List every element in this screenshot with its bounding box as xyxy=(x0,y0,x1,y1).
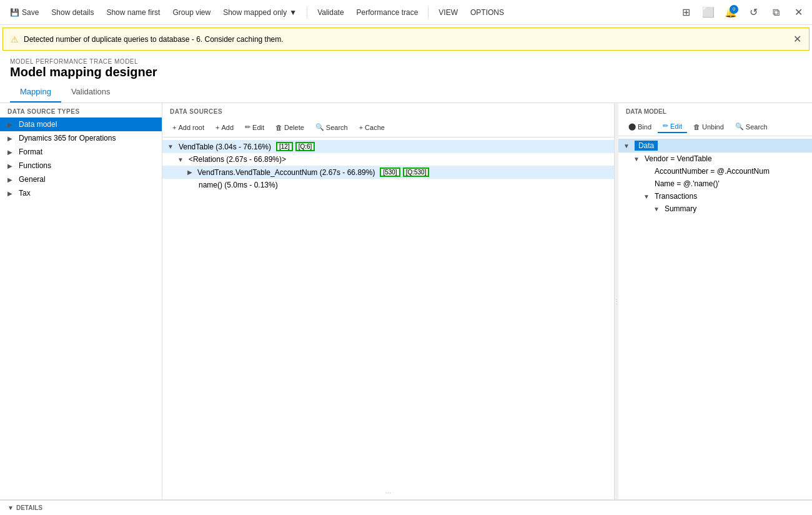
data-model-panel: DATA MODEL ⬤ Bind ✏ Edit 🗑 Unbind 🔍 Sear… xyxy=(618,103,812,499)
sidebar-item-label: Functions xyxy=(19,161,51,170)
collapse-arrow: ▼ xyxy=(167,143,174,150)
restore-icon-button[interactable]: ⧉ xyxy=(767,4,785,21)
sidebar-item-label: Format xyxy=(19,148,42,156)
show-details-button[interactable]: Show details xyxy=(46,6,99,19)
dm-item-label: Summary xyxy=(665,204,696,213)
options-button[interactable]: OPTIONS xyxy=(465,6,509,19)
dm-tree-item-summary[interactable]: ▼ Summary xyxy=(618,202,812,215)
dm-edit-button[interactable]: ✏ Edit xyxy=(658,120,687,133)
tab-validations[interactable]: Validations xyxy=(61,82,121,102)
expand-arrow: ▼ xyxy=(623,142,630,149)
dm-item-label: Transactions xyxy=(655,192,697,201)
resize-handle[interactable]: ··· xyxy=(162,486,614,499)
sidebar-item-dynamics365[interactable]: ▶ Dynamics 365 for Operations xyxy=(0,131,162,145)
data-model-tree: ▼ Data ▼ Vendor = VendTable AccountNumbe… xyxy=(618,136,812,499)
dm-search-button[interactable]: 🔍 Search xyxy=(730,121,773,132)
tree-item-vendtable[interactable]: ▼ VendTable (3.04s - 76.16%) [12] [Q:6] xyxy=(162,140,614,153)
warning-icon: ⚠ xyxy=(11,34,19,44)
notification-icon-button[interactable]: 🔔 0 xyxy=(722,4,740,21)
tree-item-relations[interactable]: ▼ <Relations (2.67s - 66.89%)> xyxy=(162,153,614,166)
tab-mapping[interactable]: Mapping xyxy=(10,82,61,102)
performance-statistics-tab[interactable]: Performance statistics xyxy=(7,512,96,515)
group-view-button[interactable]: Group view xyxy=(167,6,215,19)
sidebar-item-data-model[interactable]: ▶ Data model xyxy=(0,118,162,131)
ds-badge-3: [530] xyxy=(380,168,400,177)
add-root-button[interactable]: + Add root xyxy=(167,122,209,133)
sidebar-item-label: Data model xyxy=(19,120,57,129)
ds-badge-4: [Q:530] xyxy=(403,168,430,177)
alert-banner: ⚠ Detected number of duplicate queries t… xyxy=(2,28,810,51)
plus-icon-2: + xyxy=(215,124,219,131)
search-button[interactable]: 🔍 Search xyxy=(310,121,353,133)
validate-button[interactable]: Validate xyxy=(312,6,349,19)
delete-button[interactable]: 🗑 Delete xyxy=(270,122,309,133)
bind-button[interactable]: ⬤ Bind xyxy=(623,121,656,132)
data-model-header: DATA MODEL xyxy=(618,103,812,118)
close-icon-button[interactable]: ✕ xyxy=(790,4,807,21)
data-source-types-panel: DATA SOURCE TYPES ▶ Data model ▶ Dynamic… xyxy=(0,103,162,499)
alert-close-button[interactable]: ✕ xyxy=(793,33,801,45)
refresh-icon-button[interactable]: ↺ xyxy=(745,4,762,21)
dm-tree-item-data[interactable]: ▼ Data xyxy=(618,139,812,152)
data-model-toolbar: ⬤ Bind ✏ Edit 🗑 Unbind 🔍 Search xyxy=(618,118,812,136)
save-button[interactable]: 💾 Save xyxy=(5,6,44,19)
arrow-icon: ▶ xyxy=(7,190,15,197)
dm-item-label: Vendor = VendTable xyxy=(645,154,712,163)
dm-item-label: AccountNumber = @.AccountNum xyxy=(655,167,770,176)
alert-message: Detected number of duplicate queries to … xyxy=(24,35,284,44)
search-icon: 🔍 xyxy=(315,123,324,131)
show-mapped-only-button[interactable]: Show mapped only ▼ xyxy=(218,6,302,19)
arrow-icon: ▶ xyxy=(7,135,15,142)
performance-trace-button[interactable]: Performance trace xyxy=(352,6,423,19)
tab-bar: Mapping Validations xyxy=(0,82,812,103)
data-sources-panel: DATA SOURCES + Add root + Add ✏ Edit 🗑 D… xyxy=(162,103,615,499)
grid-icon-button[interactable]: ⊞ xyxy=(677,4,695,21)
add-button[interactable]: + Add xyxy=(210,122,239,133)
view-button[interactable]: VIEW xyxy=(433,6,463,19)
main-layout: DATA SOURCE TYPES ▶ Data model ▶ Dynamic… xyxy=(0,103,812,499)
sidebar-item-functions[interactable]: ▶ Functions xyxy=(0,159,162,172)
page-title: Model mapping designer xyxy=(10,65,802,79)
dm-tree-item-vendor[interactable]: ▼ Vendor = VendTable xyxy=(618,152,812,165)
sidebar-item-general[interactable]: ▶ General xyxy=(0,172,162,186)
collapse-triangle[interactable]: ▼ xyxy=(7,504,14,511)
tree-item-vendtrans[interactable]: ▶ VendTrans.VendTable_AccountNum (2.67s … xyxy=(162,166,614,179)
office-icon-button[interactable]: ⬜ xyxy=(700,4,717,21)
tree-item-name[interactable]: name() (5.0ms - 0.13%) xyxy=(162,179,614,191)
cache-button[interactable]: + Cache xyxy=(354,122,390,133)
expand-arrow: ▼ xyxy=(653,206,660,212)
dm-item-label: Name = @.'name()' xyxy=(655,179,720,188)
ds-badge-2: [Q:6] xyxy=(295,142,315,151)
data-source-types-header: DATA SOURCE TYPES xyxy=(0,103,162,118)
dm-tree-item-transactions[interactable]: ▼ Transactions xyxy=(618,190,812,202)
dm-search-icon: 🔍 xyxy=(735,122,744,131)
ds-item-label: <Relations (2.67s - 66.89%)> xyxy=(189,155,286,164)
dm-tree-item-name[interactable]: Name = @.'name()' xyxy=(618,178,812,190)
dm-tree-item-accountnumber[interactable]: AccountNumber = @.AccountNum xyxy=(618,165,812,178)
sidebar-item-label: Tax xyxy=(19,189,31,198)
toolbar-right: ⊞ ⬜ 🔔 0 ↺ ⧉ ✕ xyxy=(677,4,807,21)
delete-icon: 🗑 xyxy=(275,124,282,131)
main-toolbar: 💾 Save Show details Show name first Grou… xyxy=(0,0,812,25)
data-sources-toolbar: + Add root + Add ✏ Edit 🗑 Delete 🔍 Searc… xyxy=(162,118,614,138)
toolbar-separator xyxy=(307,6,307,19)
chevron-down-icon: ▼ xyxy=(289,8,297,17)
details-label: DETAILS xyxy=(16,504,42,511)
unbind-button[interactable]: 🗑 Unbind xyxy=(688,121,729,132)
cache-icon: + xyxy=(359,124,363,131)
sidebar-item-format[interactable]: ▶ Format xyxy=(0,145,162,159)
collapse-arrow: ▼ xyxy=(177,156,184,163)
edit-button[interactable]: ✏ Edit xyxy=(240,121,269,133)
edit-icon-2: ✏ xyxy=(663,122,668,130)
bind-icon: ⬤ xyxy=(628,122,636,131)
sidebar-item-label: Dynamics 365 for Operations xyxy=(19,134,116,142)
arrow-icon: ▶ xyxy=(7,121,15,128)
edit-icon: ✏ xyxy=(245,123,250,131)
show-name-first-button[interactable]: Show name first xyxy=(101,6,165,19)
ds-badge-1: [12] xyxy=(276,142,293,151)
expand-arrow: ▼ xyxy=(643,193,650,200)
details-section: ▼ DETAILS Performance statistics Find in… xyxy=(0,499,812,515)
sidebar-item-tax[interactable]: ▶ Tax xyxy=(0,186,162,200)
ds-item-label: name() (5.0ms - 0.13%) xyxy=(199,181,278,189)
data-sources-tree: ▼ VendTable (3.04s - 76.16%) [12] [Q:6] … xyxy=(162,138,614,486)
